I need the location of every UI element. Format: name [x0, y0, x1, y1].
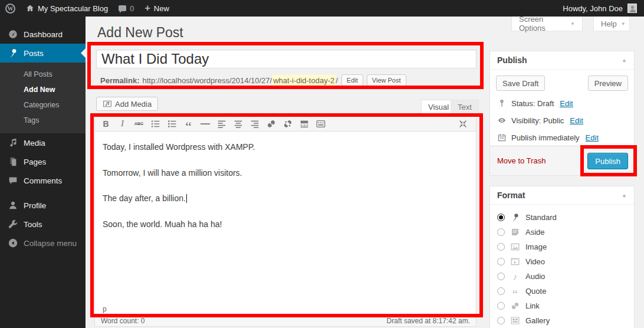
bullet-list-button[interactable] — [148, 117, 163, 131]
visibility-label: Visibility: Public — [511, 116, 564, 125]
align-right-button[interactable] — [247, 117, 262, 131]
preview-button[interactable]: Preview — [588, 76, 628, 91]
strikethrough-button[interactable]: ABC — [132, 117, 146, 131]
editor-paragraph[interactable]: The day after, a billion. — [103, 193, 468, 205]
site-name-link[interactable]: My Spectacular Blog — [21, 0, 113, 17]
submenu-all-posts[interactable]: All Posts — [0, 67, 86, 82]
edit-status-link[interactable]: Edit — [560, 99, 573, 108]
blockquote-button[interactable]: “ — [181, 117, 196, 131]
format-panel-header[interactable]: Format ▲ — [490, 186, 634, 205]
remove-link-button[interactable] — [280, 117, 295, 131]
radio-quote[interactable] — [497, 287, 505, 295]
wp-logo-menu[interactable]: W — [0, 0, 21, 17]
sidebar-item-posts[interactable]: Posts — [0, 44, 86, 63]
submenu-categories[interactable]: Categories — [0, 97, 86, 113]
edit-schedule-link[interactable]: Edit — [586, 133, 599, 142]
save-draft-button[interactable]: Save Draft — [496, 76, 545, 91]
sidebar-item-label: Posts — [24, 49, 44, 58]
align-center-button[interactable] — [231, 117, 245, 131]
new-content-link[interactable]: + New — [139, 0, 174, 17]
screen-options-button[interactable]: Screen Options ▼ — [511, 17, 583, 31]
sidebar-item-media[interactable]: Media — [0, 133, 86, 152]
status-label: Status: Draft — [511, 99, 554, 108]
view-post-button[interactable]: View Post — [367, 74, 406, 86]
radio-standard[interactable] — [497, 214, 505, 221]
sidebar-item-label: Comments — [24, 176, 62, 185]
toolbar-toggle-button[interactable] — [313, 117, 328, 131]
editor-paragraph[interactable]: Soon, the world. Muah ha ha ha! — [103, 219, 468, 231]
horizontal-rule-button[interactable]: — — [198, 117, 212, 131]
autosave-message: Draft saved at 8:17:42 am. — [387, 317, 470, 325]
format-option-label: Gallery — [525, 316, 550, 325]
align-left-button[interactable] — [214, 117, 229, 131]
my-account-link[interactable]: Howdy, John Doe — [563, 0, 644, 17]
post-title-input[interactable] — [96, 50, 477, 68]
bold-button[interactable]: B — [98, 117, 113, 131]
permalink-slug: what-i-did-today-2 — [272, 75, 336, 86]
edit-visibility-link[interactable]: Edit — [570, 116, 583, 125]
editor-toolbar: B I ABC “ — — [95, 116, 476, 132]
radio-gallery[interactable] — [497, 317, 505, 324]
format-option-gallery[interactable]: Gallery — [497, 313, 627, 328]
plus-icon: + — [144, 4, 150, 13]
editor-paragraph[interactable]: Tomorrow, I will have a million visitors… — [103, 168, 468, 179]
submenu-tags[interactable]: Tags — [0, 113, 86, 128]
radio-audio[interactable] — [497, 273, 505, 280]
panel-toggle-icon[interactable]: ▲ — [622, 192, 627, 198]
sidebar-item-pages[interactable]: Pages — [0, 152, 86, 171]
sidebar-item-profile[interactable]: Profile — [0, 196, 86, 215]
format-option-audio[interactable]: ♪ Audio — [497, 269, 627, 284]
home-icon — [26, 4, 34, 12]
new-label: New — [154, 4, 169, 13]
distraction-free-button[interactable] — [455, 117, 470, 131]
submenu-add-new[interactable]: Add New — [0, 82, 86, 97]
format-option-quote[interactable]: “ Quote — [497, 284, 627, 299]
format-option-label: Quote — [525, 287, 546, 296]
format-option-video[interactable]: Video — [497, 254, 627, 269]
wrench-icon — [8, 219, 18, 229]
edit-permalink-button[interactable]: Edit — [341, 74, 363, 86]
publish-button[interactable]: Publish — [587, 153, 628, 169]
format-option-aside[interactable]: Aside — [497, 225, 627, 240]
post-status-icon — [497, 99, 507, 108]
dashboard-icon — [8, 29, 18, 40]
sidebar-item-collapse-menu[interactable]: Collapse menu — [0, 234, 86, 252]
radio-image[interactable] — [497, 243, 505, 251]
howdy-label: Howdy, John Doe — [563, 4, 623, 13]
format-option-link[interactable]: Link — [497, 299, 627, 313]
sidebar-item-label: Profile — [24, 201, 46, 210]
publish-panel-header[interactable]: Publish ▲ — [490, 51, 634, 70]
radio-video[interactable] — [497, 258, 505, 265]
editor-element-path[interactable]: p — [95, 306, 476, 313]
aside-icon — [510, 227, 520, 237]
format-option-image[interactable]: Image — [497, 240, 627, 254]
italic-button[interactable]: I — [115, 117, 130, 131]
help-button[interactable]: Help ▼ — [593, 17, 630, 31]
publish-panel-title: Publish — [497, 55, 527, 65]
audio-icon: ♪ — [510, 271, 520, 281]
editor-content-area[interactable]: Today, I installed Wordpress with XAMPP.… — [95, 132, 476, 306]
numbered-list-button[interactable] — [165, 117, 179, 131]
permalink-label: Permalink: — [100, 76, 139, 85]
format-option-label: Image — [525, 242, 547, 251]
word-count: Word count: 0 — [101, 317, 144, 325]
schedule-row: Publish immediately Edit — [496, 133, 628, 142]
sidebar-item-comments[interactable]: Comments — [0, 171, 86, 190]
editor-paragraph[interactable]: Today, I installed Wordpress with XAMPP. — [103, 142, 468, 153]
move-to-trash-link[interactable]: Move to Trash — [497, 156, 546, 165]
radio-aside[interactable] — [497, 228, 505, 236]
panel-toggle-icon[interactable]: ▲ — [622, 57, 627, 63]
format-option-standard[interactable]: Standard — [497, 210, 627, 225]
pushpin-icon — [510, 212, 520, 222]
insert-link-button[interactable] — [264, 117, 278, 131]
add-media-button[interactable]: Add Media — [96, 97, 158, 111]
format-option-label: Standard — [525, 213, 557, 222]
comments-admin-bar-link[interactable]: 0 — [113, 0, 139, 17]
radio-link[interactable] — [497, 302, 505, 310]
chevron-down-icon: ▼ — [570, 21, 575, 27]
sidebar-item-tools[interactable]: Tools — [0, 215, 86, 234]
sidebar-item-dashboard[interactable]: Dashboard — [0, 25, 86, 44]
help-label: Help — [601, 19, 617, 28]
tab-text[interactable]: Text — [451, 100, 479, 114]
more-tag-button[interactable] — [297, 117, 311, 131]
